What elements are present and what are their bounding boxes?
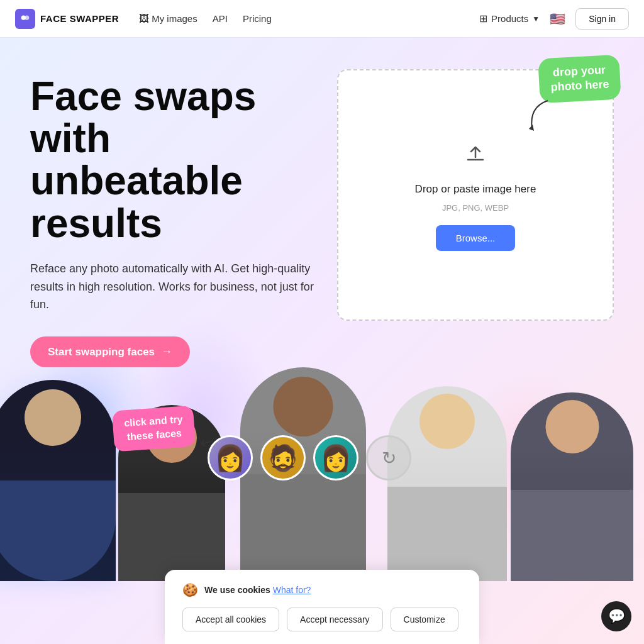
svg-point-1 [25, 15, 29, 19]
cookie-buttons: Accept all cookies Accept necessary Cust… [182, 608, 462, 631]
cookie-text: We use cookies What for? [204, 585, 311, 595]
language-flag[interactable]: 🇺🇸 [550, 11, 565, 26]
chevron-down-icon: ▼ [532, 14, 540, 23]
upload-box[interactable]: Drop or paste image here JPG, PNG, WEBP … [337, 69, 614, 321]
chat-widget[interactable]: 💬 [601, 601, 631, 631]
upload-area: drop your photo here Drop or paste image… [337, 69, 614, 321]
refresh-icon: ↻ [382, 448, 396, 469]
cookie-banner: 🍪 We use cookies What for? Accept all co… [165, 570, 479, 644]
navbar-right: ⊞ Products ▼ 🇺🇸 Sign in [479, 8, 629, 30]
accept-all-cookies-button[interactable]: Accept all cookies [182, 608, 279, 631]
navbar-left: FACE SWAPPER 🖼 My images API Pricing [15, 9, 272, 29]
face-option-1[interactable]: 👩 [208, 435, 253, 480]
face-option-2[interactable]: 🧔 [260, 435, 306, 480]
hero-section: Face swaps with unbeatable results Refac… [0, 38, 644, 644]
arrow-right-icon: → [161, 345, 172, 358]
face-circles: 👩 🧔 👩 ↻ [208, 435, 411, 480]
drop-arrow [516, 94, 554, 141]
cookie-what-for-link[interactable]: What for? [273, 585, 311, 595]
cta-button[interactable]: Start swapping faces → [30, 336, 190, 367]
chat-icon: 💬 [608, 608, 625, 625]
products-button[interactable]: ⊞ Products ▼ [479, 13, 540, 25]
person-5 [500, 392, 644, 581]
face-option-3[interactable]: 👩 [313, 435, 358, 480]
hero-left: Face swaps with unbeatable results Refac… [30, 75, 332, 367]
accept-necessary-button[interactable]: Accept necessary [287, 608, 383, 631]
person-4 [375, 386, 519, 581]
brand-icon [15, 9, 35, 29]
hero-description: Reface any photo automatically with AI. … [30, 260, 332, 314]
nav-pricing[interactable]: Pricing [243, 13, 272, 24]
upload-icon [463, 140, 488, 170]
customize-cookies-button[interactable]: Customize [391, 608, 458, 631]
nav-my-images[interactable]: 🖼 My images [139, 13, 197, 25]
hero-title: Face swaps with unbeatable results [30, 75, 332, 245]
cookie-top: 🍪 We use cookies What for? [182, 582, 462, 597]
cookie-icon: 🍪 [182, 582, 198, 597]
upload-main-text: Drop or paste image here [415, 183, 536, 196]
brand[interactable]: FACE SWAPPER [15, 9, 119, 29]
upload-formats: JPG, PNG, WEBP [442, 203, 509, 213]
face-swap-button[interactable]: ↻ [366, 435, 411, 480]
nav-links: 🖼 My images API Pricing [139, 13, 272, 25]
sign-in-button[interactable]: Sign in [575, 8, 629, 30]
navbar: FACE SWAPPER 🖼 My images API Pricing ⊞ P… [0, 0, 644, 38]
try-bubble: click and try these faces [112, 406, 196, 452]
browse-button[interactable]: Browse... [436, 225, 516, 251]
brand-name: FACE SWAPPER [40, 13, 119, 24]
nav-api[interactable]: API [213, 13, 228, 24]
